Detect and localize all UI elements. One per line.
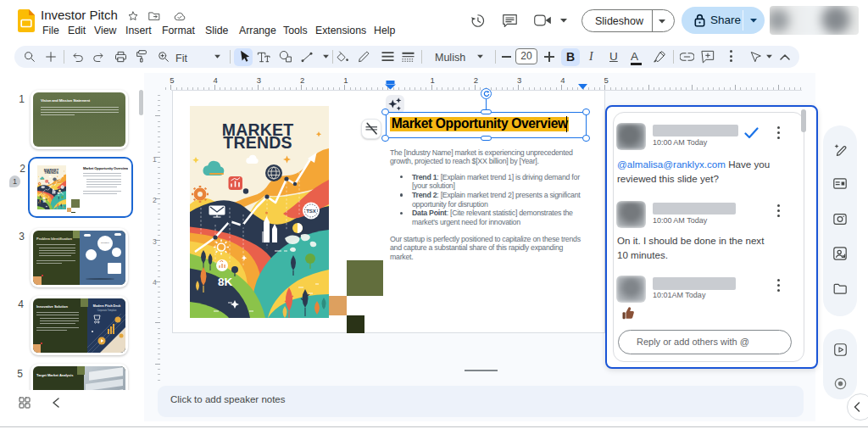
svg-text:Corporate Template: Corporate Template bbox=[97, 309, 117, 312]
svg-text:TRENDS: TRENDS bbox=[44, 170, 58, 175]
svg-text:Modern Pitch Deck: Modern Pitch Deck bbox=[93, 304, 120, 308]
svg-text:TRENDS: TRENDS bbox=[223, 133, 292, 152]
svg-text:TSX: TSX bbox=[61, 187, 64, 187]
svg-text:TSX: TSX bbox=[306, 209, 316, 214]
svg-text:8K: 8K bbox=[218, 276, 233, 288]
svg-text:8K: 8K bbox=[43, 200, 47, 203]
